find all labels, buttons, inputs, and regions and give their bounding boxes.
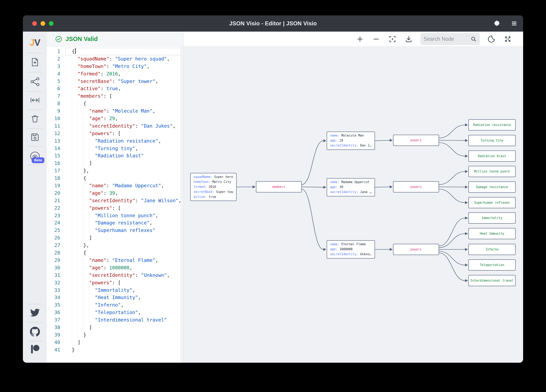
code-line[interactable]: 33"Immortality",: [47, 287, 183, 294]
graph-node-m3[interactable]: name: Eternal Flameage: 1000000secretIde…: [327, 240, 375, 259]
code-line-text: }: [65, 346, 183, 354]
code-line[interactable]: 15"Radiation blast": [47, 152, 183, 160]
graph-node-l10[interactable]: Teleportation: [468, 259, 516, 271]
graph-node-l4[interactable]: Million tonne punch: [468, 166, 516, 177]
code-line-text: "age": 39,: [65, 190, 183, 197]
code-line[interactable]: 8{: [47, 100, 183, 107]
graph-node-l1[interactable]: Radiation resistance: [468, 119, 516, 131]
save-button[interactable]: [23, 132, 47, 143]
code-line[interactable]: 21"secretIdentity": "Jane Wilson",: [47, 197, 183, 204]
graph-node-root[interactable]: squadName: Super hero…homeTown: Metro Ci…: [190, 173, 237, 201]
code-line[interactable]: 36"Teleportation",: [47, 309, 183, 316]
code-line[interactable]: 1{: [47, 48, 183, 55]
graph-node-m1[interactable]: name: Molecule Manage: 29secretIdentity:…: [327, 132, 375, 150]
line-number: 16: [47, 160, 65, 167]
code-line[interactable]: 26]: [47, 234, 183, 242]
titlebar: JSON Visio - Editor | JSON Visio: [23, 15, 523, 32]
code-line-text: {: [65, 100, 183, 107]
code-line[interactable]: 27},: [47, 242, 183, 249]
editor-scrollbar[interactable]: [180, 47, 183, 363]
graph-node-p1[interactable]: powers: [393, 135, 439, 146]
line-number: 18: [47, 175, 65, 182]
graph-node-l9[interactable]: Inferno: [468, 244, 516, 255]
app-window: JSON Visio - Editor | JSON Visio JV: [23, 15, 523, 363]
code-line[interactable]: 18{: [47, 175, 183, 182]
graph-node-l5[interactable]: Damage resistance: [468, 182, 516, 193]
code-line[interactable]: 14"Turning tiny",: [47, 145, 183, 152]
code-line[interactable]: 34"Heat Immunity",: [47, 294, 183, 301]
graph-node-l3[interactable]: Radiation blast: [468, 151, 516, 162]
extension-puzzle-icon[interactable]: [493, 20, 500, 27]
code-line[interactable]: 4"formed": 2016,: [47, 70, 183, 78]
github-link[interactable]: [23, 327, 47, 337]
graph-node-p2[interactable]: powers: [393, 181, 439, 192]
desktop-background: JSON Visio - Editor | JSON Visio JV: [0, 0, 546, 392]
code-line[interactable]: 31"secretIdentity": "Unknown",: [47, 272, 183, 279]
fit-width-button[interactable]: [23, 96, 47, 105]
center-focus-button[interactable]: [388, 34, 397, 44]
valid-check-icon: [55, 36, 62, 43]
code-line[interactable]: 23"Million tonne punch",: [47, 212, 183, 220]
code-lines: 1{2"squadName": "Super hero squad",3"hom…: [47, 48, 183, 354]
delete-button[interactable]: [23, 114, 47, 124]
code-line[interactable]: 6"active": true,: [47, 85, 183, 93]
sidebar-divider: [27, 304, 42, 304]
code-line[interactable]: 29"name": "Eternal Flame",: [47, 257, 183, 264]
code-line-text: "active": true,: [65, 85, 183, 93]
toolbar: JSON Valid: [47, 32, 523, 47]
graph-node-members[interactable]: members: [256, 181, 302, 192]
graph-node-p3[interactable]: powers: [393, 244, 439, 255]
twitter-link[interactable]: [23, 308, 47, 318]
code-line[interactable]: 25"Superhuman reflexes": [47, 227, 183, 234]
graph-node-l7[interactable]: Immortality: [468, 212, 516, 224]
code-line[interactable]: 37"Interdimensional travel": [47, 316, 183, 324]
code-line[interactable]: 39}: [47, 331, 183, 339]
line-number: 41: [47, 346, 65, 354]
code-line[interactable]: 2"squadName": "Super hero squad",: [47, 55, 183, 63]
graph-node-l8[interactable]: Heat Immunity: [468, 228, 516, 239]
code-line[interactable]: 24"Damage resistance",: [47, 219, 183, 227]
line-number: 6: [47, 85, 65, 93]
zoom-in-button[interactable]: [355, 34, 364, 44]
graph-node-l6[interactable]: Superhuman reflexes: [468, 197, 516, 208]
code-line[interactable]: 7"members": [: [47, 93, 183, 100]
code-line[interactable]: 3"homeTown": "Metro City",: [47, 63, 183, 70]
graph-node-m2[interactable]: name: Madame Uppercutage: 39secretIdenti…: [327, 178, 375, 196]
code-line[interactable]: 11"secretIdentity": "Dan Jukes",: [47, 122, 183, 130]
code-line[interactable]: 19"name": "Madame Uppercut",: [47, 182, 183, 190]
zoom-out-button[interactable]: [372, 34, 381, 44]
code-line-text: "name": "Madame Uppercut",: [65, 182, 183, 190]
code-line[interactable]: 40]: [47, 339, 183, 346]
search-node-input[interactable]: [424, 36, 471, 42]
code-line[interactable]: 10"age": 29,: [47, 115, 183, 122]
graph-node-l2[interactable]: Turning tiny: [468, 135, 516, 146]
code-line[interactable]: 16]: [47, 160, 183, 167]
code-line[interactable]: 13"Radiation resistance",: [47, 137, 183, 145]
code-line[interactable]: 20"age": 39,: [47, 190, 183, 197]
code-line[interactable]: 17},: [47, 167, 183, 175]
code-line[interactable]: 38]: [47, 324, 183, 331]
graph-canvas[interactable]: squadName: Super hero…homeTown: Metro Ci…: [184, 47, 523, 363]
code-line[interactable]: 30"age": 1000000,: [47, 264, 183, 272]
new-document-button[interactable]: [23, 57, 47, 68]
graph-view-button[interactable]: [23, 76, 47, 87]
graph-node-l11[interactable]: Interdimensional travel: [468, 275, 516, 286]
line-number: 7: [47, 93, 65, 100]
code-line[interactable]: 12"powers": [: [47, 130, 183, 137]
code-line[interactable]: 28{: [47, 249, 183, 257]
code-line-text: "powers": [: [65, 204, 183, 212]
code-line[interactable]: 32"powers": [: [47, 279, 183, 287]
fullscreen-button[interactable]: [503, 34, 512, 44]
code-line[interactable]: 35"Inferno",: [47, 301, 183, 309]
dark-mode-button[interactable]: [487, 34, 496, 44]
app-logo[interactable]: JV: [23, 38, 47, 48]
download-button[interactable]: [404, 34, 413, 44]
code-line[interactable]: 9"name": "Molecule Man",: [47, 107, 183, 115]
sidebar-divider: [27, 322, 42, 322]
patreon-link[interactable]: [23, 344, 47, 354]
code-line[interactable]: 41}: [47, 346, 183, 354]
code-line[interactable]: 22"powers": [: [47, 204, 183, 212]
code-line[interactable]: 5"secretBase": "Super tower",: [47, 78, 183, 85]
json-editor[interactable]: 1{2"squadName": "Super hero squad",3"hom…: [47, 47, 184, 363]
menu-icon[interactable]: [511, 20, 518, 27]
